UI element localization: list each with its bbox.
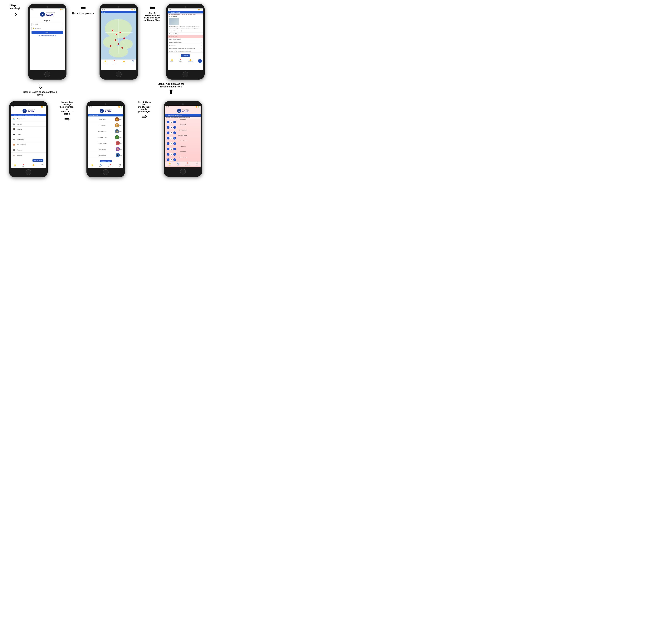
dec-art[interactable]: ‹ [167,148,169,150]
profile-viral: Viral Seeker 📱 0% [88,152,123,158]
svg-text:A: A [24,110,25,112]
phone5-bottom-nav: ⭐ Activities 📍 All Places 👍 Recommended [101,59,137,64]
svg-point-12 [119,32,121,33]
phone2-status: 9:41 📶 🔋 [11,106,46,108]
login-button[interactable]: Login [31,31,63,34]
counter-art: ‹ 1 › [167,148,176,150]
poi-item-2[interactable]: Παλιομύλο Γαλατάκι › [168,32,203,36]
nav2-map[interactable]: 🗺 Map [42,164,43,167]
dec-rel[interactable]: ‹ [167,158,169,161]
see-more-button[interactable]: See More [181,54,190,57]
nav-map[interactable]: 🗺 Map [132,60,134,64]
cat-cookery[interactable]: 🍳 Cookery [11,127,46,132]
phone2-home-btn[interactable] [26,169,31,175]
categories-list: 🏪 Convenience 🏛 Museum 🍳 Cookery 🏔 [11,116,46,158]
cat-caves[interactable]: 🏔 Caves [11,132,46,137]
svg-point-15 [123,38,125,39]
nav4-activities[interactable]: ⭐ Activities [168,163,171,166]
inc-nat[interactable]: › [173,137,176,140]
phone6: 9:41 📶 🔋 ⚑ Points of Interest Fetching d… [166,4,204,80]
poi-item-7[interactable]: ΦΑΡΜΑ ΜΑΓΓΙΠΑΡ - ΑΝΑΣΤΑΣΙΟΣ ΜΑΓΓΙΠΑΡΗΣ &… [168,47,203,50]
profiles-header-bar: ACUX profiles [88,114,123,116]
restart-arrow: ⇐ [80,4,86,12]
poi-item-grannys[interactable]: Granny's House › [168,36,203,38]
cat-archives[interactable]: 🗄 Archives [11,148,46,153]
nav6-all-places[interactable]: 📍 All Places [179,59,182,62]
inc-gour[interactable]: › [173,126,176,129]
nav3-all-places[interactable]: 🐾 All Places [99,164,103,167]
nav-activities[interactable]: ⭐ Activities [104,60,107,64]
cat-restaurants[interactable]: 🍽 Restaurants [11,137,46,142]
poi-item-1[interactable]: Ελληνικό Τμήμα «Αποθήκη» › [168,30,203,32]
phone4-logo: A Engineering Cultural ACUX [177,109,189,113]
phone1-camera [46,6,48,8]
nav2-activities[interactable]: ⭐ Activities [13,164,16,167]
cat-arts-crafts[interactable]: 🎨 Arts and Crafts [11,142,46,148]
nav6-activities[interactable]: ⭐ Activities [170,59,173,62]
svg-text:A: A [179,110,180,112]
poi-description: The Benaki Museum, established and dedic… [168,26,203,30]
pref-label-vir: Viral Seeker [165,151,201,152]
poi-item-4[interactable]: Τουλά Αχρίδη-Κυπρίνου › [168,38,203,41]
nav2-recommended[interactable]: 👍 Recommended [31,164,36,167]
signup-link[interactable]: Don't have an Account ? Sign up [30,35,65,36]
phone3: 9:41 📶 🔋 A Engineering Cultural ACUX [86,101,125,177]
nav6-recommended[interactable]: 👍 Recommended [188,59,193,62]
phone6-status: 9:41 📶 🔋 [168,9,203,11]
email-field[interactable]: ✉ Email [31,23,63,26]
inc-vir[interactable]: › [173,153,176,156]
map-area [101,13,137,59]
step3-col: Step 3: App displays the percentage for … [58,101,76,123]
poi-item-5[interactable]: Κρητικό Κέντρο Ομάδας › [168,41,203,44]
diagram-container: Step 1: Users login ⇒ 9:41 📶 🔋 [0,0,211,181]
phone6-camera [185,6,186,8]
nav2-all-places[interactable]: 📍 All Places [22,164,25,167]
poi-add-button[interactable]: + [198,59,202,63]
adjust-profile-button[interactable]: Adjust my Profile [100,160,111,163]
phone2-logo: A Engineering Cultural ACUX [22,109,34,113]
password-field[interactable]: 🔒 Password [31,27,63,30]
dec-arch[interactable]: ‹ [167,131,169,134]
view-profile-button[interactable]: View my Profile [32,159,43,162]
step2-between: ⇓ Step 2: Users choose at least 5 icons [21,83,59,96]
inc-rel[interactable]: › [173,158,176,161]
inc-lei[interactable]: › [173,142,176,145]
phone2-logo-icon: A [22,109,27,113]
profile-art: Art Seeker 🎨 0% [88,146,123,152]
inc-art[interactable]: › [173,148,176,150]
nav3-map[interactable]: 🗺 Map [119,164,120,167]
nav4-profile[interactable]: 🐾 Profile [177,163,179,166]
dec-lei[interactable]: ‹ [167,142,169,145]
nav3-recommended[interactable]: 📍 Recommended [108,164,113,167]
nav4-recommended[interactable]: 📍 Recommended [185,163,190,166]
svg-point-14 [117,43,119,45]
pref-label-trad: Traditionalist [165,118,201,120]
museum-icon: 🏛 [12,122,16,126]
phone1-home-btn[interactable] [44,71,50,77]
step5-up-arrow: ⇑ [168,88,174,96]
dec-gour[interactable]: ‹ [167,126,169,129]
counter-gour: ‹ 2 › [167,126,176,129]
cat-christian[interactable]: ⛪ Christian [11,153,46,158]
poi-item-6[interactable]: Morion Cafe › [168,44,203,47]
nav3-activities[interactable]: ⭐ Activities [91,164,94,167]
phone6-home-btn[interactable] [183,71,188,77]
dec-trad[interactable]: ‹ [167,121,169,123]
nav-all-places[interactable]: 📍 All Places [112,60,116,64]
pref-label-gour: Gourmand [165,124,201,126]
phone3-home-btn[interactable] [103,169,109,175]
dec-nat[interactable]: ‹ [167,137,169,140]
phone2-screen: 9:41 📶 🔋 A Engineering Cultural [11,106,46,168]
cat-museum[interactable]: 🏛 Museum [11,122,46,127]
bottom-row: 9:41 📶 🔋 A Engineering Cultural [4,101,208,177]
phone4-home-btn[interactable] [180,169,186,174]
inc-trad[interactable]: › [173,121,176,123]
dec-vir[interactable]: ‹ [167,153,169,156]
phone5-home-btn[interactable] [116,71,122,77]
cookery-icon: 🍳 [12,127,16,131]
nav-recommended[interactable]: 👍 Recommended [121,60,126,64]
poi-item-8[interactable]: Συλλόγου Ελλήνων Λογίων «Παραδοσιακός Αθ… [168,50,203,53]
cat-convenience[interactable]: 🏪 Convenience [11,116,46,122]
nav4-map[interactable]: 🗺 Map [196,163,198,166]
inc-arch[interactable]: › [173,131,176,134]
